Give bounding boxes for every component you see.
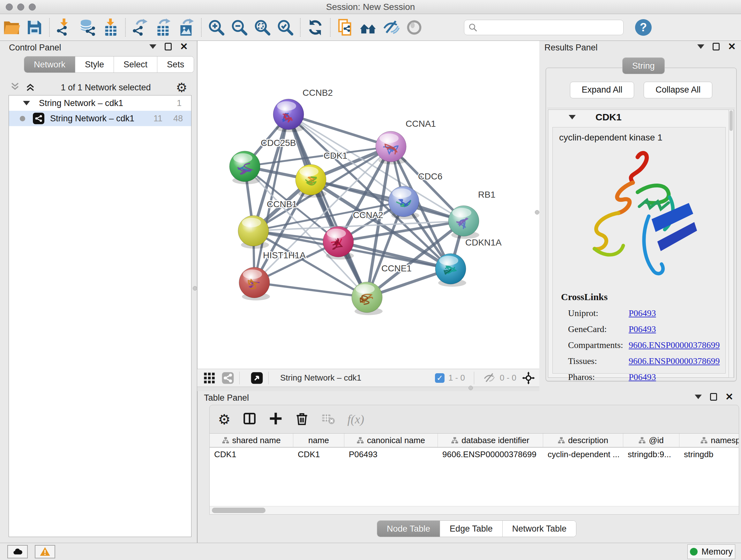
network-node-ccna2[interactable] — [323, 226, 354, 260]
table-options-gear-icon[interactable]: ⚙ — [218, 411, 230, 428]
search-input[interactable] — [480, 23, 619, 33]
tab-edge-table[interactable]: Edge Table — [440, 521, 502, 537]
results-scrollbar[interactable] — [729, 110, 734, 378]
column-header-canonical-name[interactable]: canonical name — [344, 434, 438, 447]
create-column-icon[interactable] — [269, 412, 283, 427]
show-all-icon[interactable] — [403, 17, 426, 38]
close-panel-icon[interactable]: ✕ — [725, 393, 733, 401]
export-network-icon[interactable] — [129, 17, 152, 38]
warning-button[interactable] — [35, 545, 55, 558]
table-cell[interactable]: CDK1 — [293, 448, 344, 461]
panel-menu-icon[interactable] — [695, 395, 702, 399]
network-share-icon[interactable] — [221, 372, 234, 384]
help-icon[interactable]: ? — [635, 19, 652, 36]
first-neighbors-icon[interactable] — [357, 17, 380, 38]
crosslink-value-link[interactable]: 9606.ENSP00000378699 — [629, 340, 720, 350]
panel-menu-icon[interactable] — [149, 44, 156, 49]
vertical-splitter-handle[interactable] — [193, 286, 197, 291]
table-cell[interactable]: CDK1 — [210, 448, 293, 461]
column-header-description[interactable]: description — [543, 434, 623, 447]
column-header-database-identifier[interactable]: database identifier — [438, 434, 543, 447]
close-panel-icon[interactable]: ✕ — [728, 43, 736, 51]
table-row[interactable]: CDK1CDK1P064939606.ENSP00000378699cyclin… — [210, 448, 739, 461]
network-node-ccna1[interactable] — [376, 131, 407, 165]
column-header-namespace[interactable]: namespace — [679, 434, 739, 447]
crosslink-value-link[interactable]: 9606.ENSP00000378699 — [629, 356, 720, 366]
results-scrollbar-thumb[interactable] — [730, 111, 733, 131]
tab-node-table[interactable]: Node Table — [377, 521, 440, 537]
network-node-ccnb1[interactable] — [238, 215, 269, 249]
column-header-name[interactable]: name — [293, 434, 344, 447]
expand-all-button[interactable]: Expand All — [570, 82, 634, 98]
table-hscrollbar[interactable] — [210, 506, 739, 514]
table-cell[interactable]: stringdb — [679, 448, 739, 461]
column-header-shared-name[interactable]: shared name — [210, 434, 293, 447]
gene-expand-icon[interactable] — [569, 115, 576, 119]
table-cell[interactable]: cyclin-dependent ... — [543, 448, 623, 461]
network-node-cdkn1a[interactable] — [435, 253, 466, 287]
network-node-ccne1[interactable] — [352, 282, 383, 315]
import-network-database-icon[interactable] — [76, 17, 99, 38]
import-table-file-icon[interactable] — [99, 17, 122, 38]
float-panel-icon[interactable] — [710, 393, 717, 401]
column-header--id[interactable]: @id — [623, 434, 679, 447]
close-panel-icon[interactable]: ✕ — [180, 43, 188, 51]
zoom-out-icon[interactable] — [228, 17, 251, 38]
fit-selected-crosshair-icon[interactable] — [522, 372, 535, 384]
network-row[interactable]: String Network – cdk1 11 48 — [9, 111, 191, 126]
table-cell[interactable]: P06493 — [344, 448, 438, 461]
network-edge[interactable] — [288, 114, 367, 297]
selected-checkbox-icon[interactable]: ✓ — [435, 373, 445, 383]
network-canvas[interactable]: CCNB2CCNA1CDC25BCDK1CDC6RB1CCNB1CCNA2CDK… — [197, 41, 539, 369]
export-table-icon[interactable] — [152, 17, 175, 38]
tab-string[interactable]: String — [623, 58, 664, 74]
crosslink-value-link[interactable]: P06493 — [629, 308, 656, 318]
network-node-hist1h1a[interactable] — [239, 267, 270, 300]
collapse-all-button[interactable]: Collapse All — [644, 82, 712, 98]
collapse-all-networks-icon[interactable] — [25, 81, 36, 94]
crosslink-value-link[interactable]: P06493 — [629, 372, 656, 382]
panel-menu-icon[interactable] — [697, 44, 704, 49]
network-node-rb1[interactable] — [448, 206, 479, 239]
open-session-icon[interactable] — [0, 17, 23, 38]
tab-sets[interactable]: Sets — [157, 57, 194, 72]
tab-select[interactable]: Select — [114, 57, 157, 72]
collection-expand-icon[interactable] — [23, 101, 30, 105]
fit-content-icon[interactable] — [251, 17, 274, 38]
apply-preferred-layout-icon[interactable] — [304, 17, 327, 38]
memory-button[interactable]: Memory — [687, 544, 735, 559]
tab-network-table[interactable]: Network Table — [502, 521, 576, 537]
expand-all-networks-icon[interactable] — [10, 81, 20, 94]
table-splitter-handle[interactable] — [468, 386, 473, 390]
network-edge[interactable] — [254, 283, 367, 297]
grid-view-icon[interactable] — [203, 372, 216, 384]
float-panel-icon[interactable] — [165, 43, 172, 51]
network-node-ccnb2[interactable] — [273, 99, 304, 132]
zoom-selected-icon[interactable] — [274, 17, 297, 38]
birds-eye-view-icon[interactable] — [251, 372, 263, 384]
network-node-cdc6[interactable] — [388, 186, 419, 219]
table-hscrollbar-thumb[interactable] — [212, 508, 266, 513]
cloud-status-button[interactable] — [7, 545, 28, 558]
zoom-in-icon[interactable] — [205, 17, 228, 38]
network-collection-row[interactable]: String Network – cdk1 1 — [9, 96, 191, 111]
export-image-icon[interactable] — [175, 17, 198, 38]
network-node-cdc25b[interactable] — [229, 151, 260, 184]
gene-header[interactable]: CDK1 — [548, 110, 734, 125]
table-cell[interactable]: 9606.ENSP00000378699 — [438, 448, 543, 461]
crosslink-value-link[interactable]: P06493 — [629, 324, 656, 334]
search-field[interactable] — [464, 20, 623, 35]
save-session-icon[interactable] — [23, 17, 46, 38]
new-network-from-selection-icon[interactable] — [334, 17, 357, 38]
tab-network[interactable]: Network — [24, 57, 75, 72]
delete-column-icon[interactable] — [295, 412, 309, 427]
float-panel-icon[interactable] — [713, 43, 720, 51]
import-network-file-icon[interactable] — [53, 17, 76, 38]
show-columns-icon[interactable] — [243, 412, 257, 427]
tab-style[interactable]: Style — [75, 57, 114, 72]
results-splitter-handle[interactable] — [535, 210, 539, 214]
network-options-gear-icon[interactable]: ⚙ — [176, 81, 187, 94]
network-node-cdk1[interactable] — [295, 165, 327, 198]
hide-selected-icon[interactable] — [380, 17, 403, 38]
table-cell[interactable]: stringdb:9... — [623, 448, 679, 461]
